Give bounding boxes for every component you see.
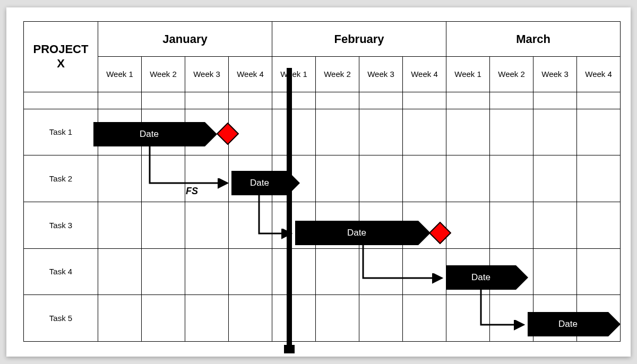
today-marker-knob xyxy=(284,345,295,353)
gantt-page: PROJECT X January February March Week 1 … xyxy=(6,7,631,357)
week-header: Week 1 xyxy=(446,57,490,92)
week-header: Week 3 xyxy=(533,57,577,92)
month-header-mar: March xyxy=(446,22,621,57)
task-label-5: Task 5 xyxy=(24,295,98,342)
week-header: Week 2 xyxy=(316,57,359,92)
month-header-jan: January xyxy=(98,22,272,57)
gantt-grid: PROJECT X January February March Week 1 … xyxy=(23,21,621,342)
week-header: Week 1 xyxy=(98,57,142,92)
week-header: Week 4 xyxy=(577,57,621,92)
task-label-4: Task 4 xyxy=(24,248,98,295)
task-label-2: Task 2 xyxy=(24,155,98,202)
month-header-feb: February xyxy=(272,22,446,57)
week-header: Week 3 xyxy=(359,57,403,92)
week-header: Week 4 xyxy=(229,57,272,92)
project-title: PROJECT X xyxy=(24,22,98,92)
week-header: Week 2 xyxy=(490,57,533,92)
week-header: Week 1 xyxy=(272,57,316,92)
gantt-container: PROJECT X January February March Week 1 … xyxy=(23,21,620,342)
week-header: Week 4 xyxy=(403,57,446,92)
task-label-1: Task 1 xyxy=(24,109,98,155)
task-label-3: Task 3 xyxy=(24,202,98,248)
week-header: Week 2 xyxy=(142,57,185,92)
week-header: Week 3 xyxy=(185,57,229,92)
